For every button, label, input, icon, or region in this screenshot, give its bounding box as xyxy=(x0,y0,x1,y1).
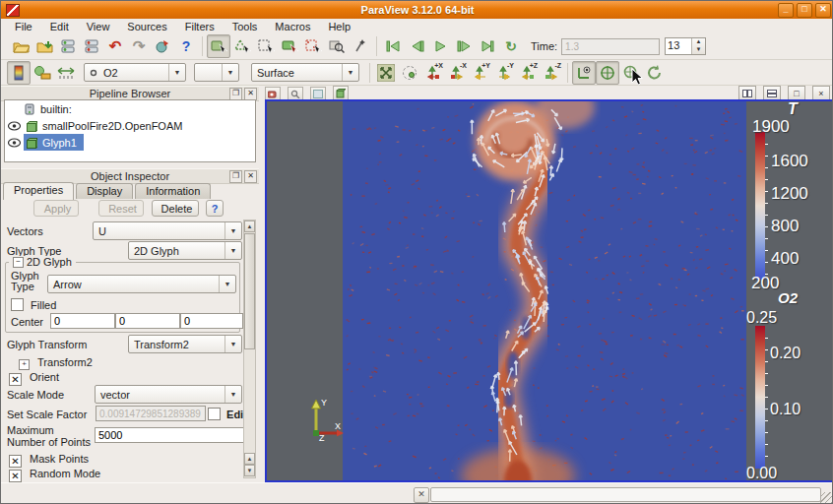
color-by-combo[interactable]: O2 ▼ xyxy=(84,63,186,82)
edit-color-map-button[interactable] xyxy=(31,61,54,85)
combo-arrow-icon[interactable]: ▼ xyxy=(224,242,241,259)
mask-points-row[interactable]: ✕ Mask Points xyxy=(9,453,89,468)
menu-macros[interactable]: Macros xyxy=(267,20,318,33)
scroll-down-icon[interactable]: ▼ xyxy=(244,465,255,476)
disconnect-server-button[interactable] xyxy=(80,34,103,58)
menu-sources[interactable]: Sources xyxy=(119,20,174,33)
combo-arrow-icon[interactable]: ▼ xyxy=(168,64,185,81)
abort-progress-button[interactable]: ✕ xyxy=(414,487,429,503)
zoom-to-data-button[interactable] xyxy=(398,61,421,85)
maximize-view-icon[interactable]: □ xyxy=(788,86,805,100)
menu-help[interactable]: Help xyxy=(320,20,358,33)
render-view[interactable]: Y X Z xyxy=(265,99,833,482)
spin-up-icon[interactable]: ▲ xyxy=(692,38,705,46)
loop-button[interactable]: ↻ xyxy=(499,34,523,58)
pick-center-button[interactable] xyxy=(619,61,643,85)
view-plus-x-button[interactable]: +X xyxy=(421,61,445,85)
toggle-color-legend-button[interactable] xyxy=(7,61,31,85)
select-cells-polygon-button[interactable] xyxy=(301,34,325,58)
scale-mode-combo[interactable]: vector▼ xyxy=(95,385,242,404)
pipeline-item-source[interactable]: smallPoolFire2D.OpenFOAM xyxy=(5,117,255,134)
spin-down-icon[interactable]: ▼ xyxy=(692,46,705,54)
play-button[interactable] xyxy=(428,34,452,58)
select-block-button[interactable] xyxy=(278,34,301,58)
arrow-combo[interactable]: Arrow▼ xyxy=(47,275,236,293)
close-view-icon[interactable]: × xyxy=(812,86,830,100)
first-frame-button[interactable] xyxy=(381,34,405,58)
selected-row-highlight[interactable]: Glyph1 xyxy=(24,134,84,151)
resize-grip-icon[interactable] xyxy=(820,492,832,504)
delete-button[interactable]: Delete xyxy=(152,200,199,217)
orient-checkbox-row[interactable]: ✕ Orient xyxy=(9,371,59,386)
pipeline-item-glyph[interactable]: Glyph1 xyxy=(5,134,255,151)
menu-tools[interactable]: Tools xyxy=(224,20,266,33)
time-value-field[interactable]: 1.3 xyxy=(561,38,660,55)
menu-filters[interactable]: Filters xyxy=(177,20,223,33)
random-mode-row[interactable]: ✕ Random Mode xyxy=(9,468,100,482)
filled-checkbox-row[interactable]: Filled xyxy=(11,298,56,311)
component-combo[interactable]: ▼ xyxy=(194,63,239,82)
scroll-up-icon[interactable]: ▲ xyxy=(244,220,255,232)
maximize-button[interactable]: □ xyxy=(797,3,812,18)
view-plus-z-button[interactable]: +Z xyxy=(516,61,540,85)
edit-checkbox[interactable] xyxy=(208,408,221,420)
edit-checkbox-row[interactable]: Edit xyxy=(208,408,247,420)
split-horizontal-icon[interactable] xyxy=(738,86,756,100)
view-minus-y-button[interactable]: -Y xyxy=(492,61,516,85)
pipeline-item-label[interactable]: smallPoolFire2D.OpenFOAM xyxy=(39,120,185,132)
previous-frame-button[interactable] xyxy=(405,34,428,58)
center-z-field[interactable] xyxy=(180,313,243,329)
auto-apply-button[interactable] xyxy=(151,34,174,58)
last-frame-button[interactable] xyxy=(476,34,499,58)
inspector-help-button[interactable]: ? xyxy=(206,200,224,217)
representation-combo[interactable]: Surface ▼ xyxy=(251,63,359,82)
menu-view[interactable]: View xyxy=(79,20,118,33)
combo-arrow-icon[interactable]: ▼ xyxy=(219,276,235,292)
mask-points-checkbox[interactable]: ✕ xyxy=(9,455,22,468)
max-points-field[interactable] xyxy=(95,427,244,443)
close-button[interactable]: ✕ xyxy=(815,3,831,18)
view-minus-x-button[interactable]: -X xyxy=(445,61,469,85)
show-center-button[interactable] xyxy=(596,61,619,85)
show-orientation-axes-button[interactable] xyxy=(572,61,596,85)
next-frame-button[interactable] xyxy=(452,34,476,58)
visibility-eye-icon[interactable] xyxy=(8,138,21,148)
scroll-up-icon[interactable]: ▲ xyxy=(244,453,255,465)
combo-arrow-icon[interactable]: ▼ xyxy=(222,64,238,81)
combo-arrow-icon[interactable]: ▼ xyxy=(224,336,241,352)
open-file-button[interactable] xyxy=(9,34,32,58)
select-cells-on-button[interactable] xyxy=(207,34,230,58)
apply-button[interactable]: Apply xyxy=(33,200,79,217)
transform2-expander-row[interactable]: + Transform2 xyxy=(19,356,93,370)
reset-button[interactable]: Reset xyxy=(98,200,144,217)
save-data-button[interactable] xyxy=(32,34,56,58)
combo-arrow-icon[interactable]: ▼ xyxy=(224,222,241,239)
select-cells-through-button[interactable] xyxy=(254,34,278,58)
view-plus-y-button[interactable]: +Y xyxy=(469,61,492,85)
tab-information[interactable]: Information xyxy=(135,183,211,199)
tab-properties[interactable]: Properties xyxy=(3,182,74,200)
scroll-thumb[interactable] xyxy=(244,233,255,349)
random-mode-checkbox[interactable]: ✕ xyxy=(9,470,22,482)
frame-value[interactable]: 13 xyxy=(666,38,691,54)
vectors-combo[interactable]: U▼ xyxy=(93,221,242,240)
spin-arrows[interactable]: ▲▼ xyxy=(691,38,705,54)
undo-button[interactable]: ↶ xyxy=(103,34,127,58)
connect-server-button[interactable] xyxy=(56,34,80,58)
center-y-field[interactable] xyxy=(115,313,180,329)
visibility-eye-icon[interactable] xyxy=(8,121,21,131)
undock-panel-icon[interactable]: ❐ xyxy=(229,170,242,183)
help-button-toolbar[interactable]: ? xyxy=(174,34,198,58)
split-vertical-icon[interactable] xyxy=(763,86,781,100)
collapse-icon[interactable]: − xyxy=(13,257,24,268)
menu-edit[interactable]: Edit xyxy=(42,20,77,33)
view-minus-z-button[interactable]: -Z xyxy=(540,61,563,85)
tab-display[interactable]: Display xyxy=(76,183,133,199)
view-capture-button[interactable] xyxy=(333,86,349,100)
properties-scrollbar[interactable]: ▲ ▲ ▼ xyxy=(243,220,256,478)
interactive-select-points-button[interactable] xyxy=(349,34,372,58)
glyph-transform-combo[interactable]: Transform2▼ xyxy=(128,335,242,353)
pipeline-item-builtin[interactable]: builtin: xyxy=(5,100,255,117)
combo-arrow-icon[interactable]: ▼ xyxy=(342,64,358,81)
pipeline-item-label[interactable]: Glyph1 xyxy=(39,137,80,149)
